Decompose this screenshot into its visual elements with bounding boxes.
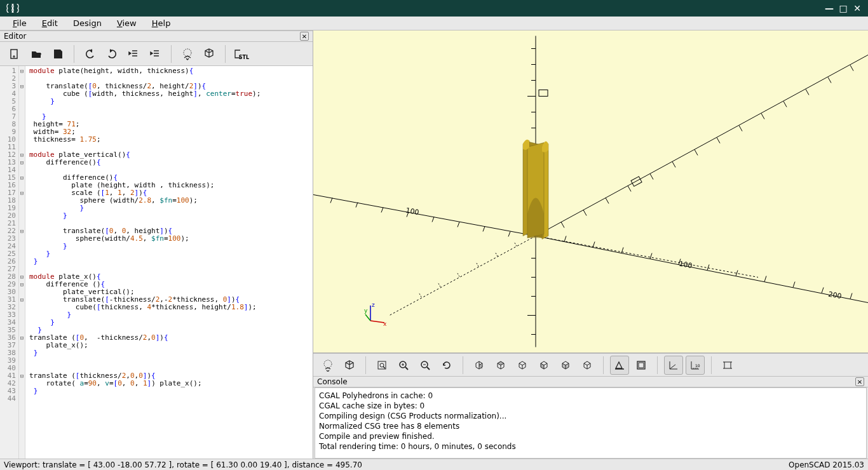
svg-line-36 [564,236,566,242]
svg-line-57 [476,262,478,267]
editor-pane: Editor ✕ STL 123456789101112131415161718… [0,30,313,459]
undo-button[interactable] [81,44,100,64]
editor-panel-title: Editor ✕ [0,30,313,42]
svg-line-44 [793,282,795,288]
svg-line-70 [365,314,370,321]
line-number-gutter: 1234567891011121314151617181920212223242… [0,66,19,459]
status-version: OpenSCAD 2015.03 [789,460,864,469]
editor-title-label: Editor [4,32,27,41]
menu-bar: File Edit Design View Help [0,17,868,30]
svg-line-79 [405,367,408,370]
svg-line-23 [606,198,609,204]
editor-close-button[interactable]: ✕ [300,32,309,41]
zoom-out-button[interactable] [416,356,435,375]
svg-line-16 [536,236,758,278]
svg-line-15 [313,195,536,236]
svg-line-31 [783,102,787,107]
right-pane: 100 100 200 z y x [313,30,868,459]
svg-line-21 [561,222,564,228]
menu-view[interactable]: View [109,18,144,28]
svg-line-24 [628,186,631,192]
editor-toolbar: STL [0,42,313,66]
svg-line-58 [457,272,459,277]
window-titlebar: — □ ✕ [0,0,868,17]
code-editor[interactable]: 1234567891011121314151617181920212223242… [0,66,313,459]
svg-line-56 [495,252,498,257]
view-bottom-button[interactable] [513,356,532,375]
close-button[interactable]: ✕ [850,1,864,15]
svg-line-34 [850,65,853,71]
svg-line-52 [381,208,383,213]
menu-file[interactable]: File [5,18,34,28]
fold-column[interactable]: ⊟⊟⊟⊟⊟⊟⊟⊟⊟⊟⊟⊟ [19,66,25,459]
preview-button[interactable] [178,44,197,64]
show-scale-markers-button[interactable]: 10 [686,356,705,375]
svg-line-20 [390,236,536,316]
svg-line-28 [717,138,720,144]
view-all-button[interactable] [372,356,391,375]
viewport-toolbar: 10 [313,353,868,376]
unindent-button[interactable] [124,44,143,64]
reset-view-button[interactable] [437,356,456,375]
view-top-button[interactable] [491,356,510,375]
svg-rect-14 [539,90,548,97]
svg-line-33 [828,77,831,83]
console-close-button[interactable]: ✕ [855,377,864,386]
svg-line-27 [695,150,698,156]
3d-viewport[interactable]: 100 100 200 z y x [313,30,868,353]
save-file-button[interactable] [48,44,67,64]
svg-line-30 [761,114,764,119]
zoom-in-button[interactable] [394,356,413,375]
show-axes-button[interactable] [664,356,683,375]
svg-line-39 [650,253,652,259]
svg-text:10: 10 [695,363,700,368]
indent-button[interactable] [146,44,165,64]
menu-edit[interactable]: Edit [34,18,65,28]
render-button[interactable] [200,44,219,64]
view-back-button[interactable] [578,356,597,375]
svg-line-50 [432,217,434,222]
svg-line-60 [419,293,421,297]
svg-rect-96 [724,362,731,368]
export-stl-button[interactable]: STL [232,44,251,64]
code-content[interactable]: module plate(height, width, thickness){ … [25,66,313,459]
render-view-button[interactable] [340,356,359,375]
svg-line-17 [536,236,868,303]
minimize-button[interactable]: — [822,1,836,15]
show-crosshairs-button[interactable] [718,356,737,375]
svg-line-72 [370,321,384,323]
preview-view-button[interactable] [318,356,337,375]
menu-help[interactable]: Help [144,18,179,28]
redo-button[interactable] [102,44,121,64]
orthographic-button[interactable] [632,356,651,375]
perspective-button[interactable] [610,356,629,375]
svg-line-55 [514,242,517,246]
new-file-button[interactable] [5,44,24,64]
console-panel: Console ✕ CGAL Polyhedrons in cache: 0CG… [313,376,868,459]
view-left-button[interactable] [534,356,553,375]
console-title-label: Console [317,377,348,386]
svg-line-89 [670,365,675,369]
svg-line-29 [739,126,742,131]
svg-text:100: 100 [678,260,693,270]
svg-line-49 [458,222,459,227]
svg-line-41 [707,265,709,271]
view-right-button[interactable] [470,356,489,375]
svg-line-37 [593,242,595,248]
maximize-button[interactable]: □ [836,1,850,15]
console-output[interactable]: CGAL Polyhedrons in cache: 0CGAL cache s… [315,387,867,459]
console-panel-title: Console ✕ [313,376,868,387]
svg-line-46 [850,293,852,299]
open-file-button[interactable] [27,44,46,64]
svg-text:z: z [372,302,375,308]
svg-line-83 [427,367,430,370]
viewport-scene: 100 100 200 [313,30,868,352]
svg-line-48 [483,227,485,232]
status-bar: Viewport: translate = [ 43.00 -18.00 57.… [0,459,868,470]
menu-design[interactable]: Design [65,18,109,28]
view-front-button[interactable] [556,356,575,375]
svg-line-77 [383,366,385,368]
svg-line-26 [672,162,675,168]
app-logo [4,3,22,14]
svg-text:200: 200 [827,290,842,300]
